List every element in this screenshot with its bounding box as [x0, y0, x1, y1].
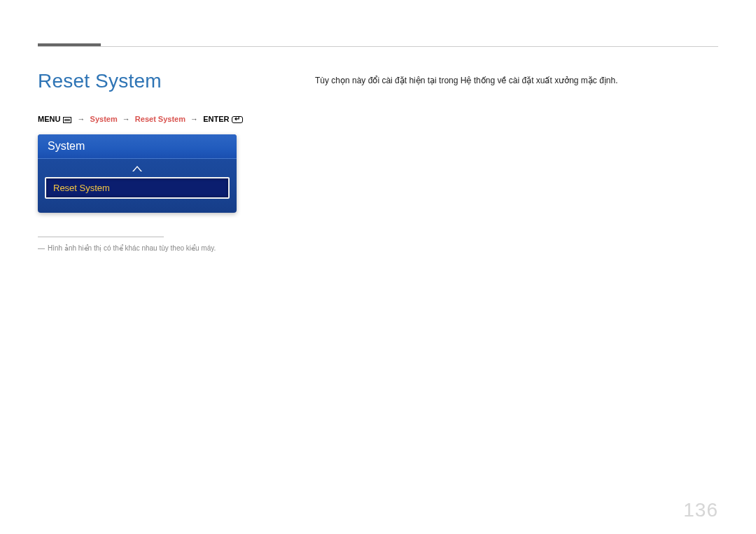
- osd-scroll-up-row: [38, 159, 237, 174]
- breadcrumb-enter-label: ENTER: [203, 115, 229, 123]
- horizontal-rule: [38, 46, 718, 47]
- content-row: Reset System MENU → System → Reset Syste…: [38, 70, 718, 252]
- osd-title: System: [38, 134, 237, 159]
- arrow-icon: →: [75, 115, 88, 123]
- chevron-up-icon[interactable]: [132, 166, 142, 171]
- breadcrumb-menu-label: MENU: [38, 115, 60, 123]
- arrow-icon: →: [188, 115, 201, 123]
- osd-panel: System Reset System: [38, 134, 237, 213]
- left-column: Reset System MENU → System → Reset Syste…: [38, 70, 276, 252]
- footnote-dash: ―: [38, 244, 48, 252]
- right-column: Tùy chọn này đổi cài đặt hiện tại trong …: [315, 70, 718, 252]
- breadcrumb-reset-label: Reset System: [135, 115, 186, 123]
- arrow-icon: →: [120, 115, 133, 123]
- description-text: Tùy chọn này đổi cài đặt hiện tại trong …: [315, 74, 718, 87]
- menu-icon: [63, 117, 71, 123]
- breadcrumb-system-label: System: [90, 115, 118, 123]
- page-root: Reset System MENU → System → Reset Syste…: [0, 0, 756, 534]
- footnote-text: Hình ảnh hiển thị có thể khác nhau tùy t…: [48, 244, 216, 252]
- enter-icon: [232, 116, 243, 123]
- footnote-rule: [38, 237, 164, 237]
- page-title: Reset System: [38, 70, 276, 92]
- osd-item-reset-system[interactable]: Reset System: [45, 177, 230, 199]
- breadcrumb: MENU → System → Reset System → ENTER: [38, 115, 276, 123]
- footnote: ―Hình ảnh hiển thị có thể khác nhau tùy …: [38, 244, 276, 252]
- osd-body: Reset System: [38, 174, 237, 213]
- page-number: 136: [683, 499, 718, 521]
